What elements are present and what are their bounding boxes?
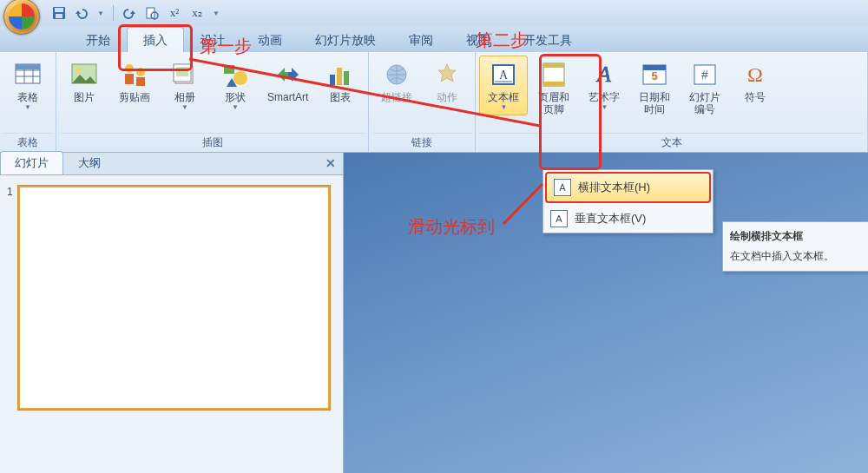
action-icon <box>432 60 462 89</box>
svg-rect-19 <box>330 75 335 85</box>
quick-access-toolbar: ▼ x² x₂ ▼ <box>52 5 220 21</box>
dropdown-icon: ▼ <box>232 103 239 111</box>
svg-rect-20 <box>337 68 342 85</box>
office-button[interactable] <box>3 0 40 35</box>
dropdown-icon: ▼ <box>24 103 31 111</box>
superscript-icon[interactable]: x² <box>168 6 181 20</box>
panel-close-icon[interactable]: ✕ <box>326 156 336 170</box>
thumbnail-list[interactable]: 1 <box>0 175 343 473</box>
menu-item-label: 垂直文本框(V) <box>575 211 646 227</box>
annotation-step1: 第一步 <box>200 35 252 58</box>
annotation-hint: 滑动光标到 <box>408 215 495 239</box>
shapes-icon <box>220 60 250 89</box>
horizontal-textbox-icon: A <box>554 179 571 196</box>
smartart-button[interactable]: SmartArt <box>261 56 314 108</box>
svg-rect-17 <box>224 65 234 74</box>
qat-customize-icon[interactable]: ▼ <box>213 10 220 17</box>
group-text: A 文本框 ▼ 页眉和 页脚 A 艺术字 ▼ <box>476 52 868 152</box>
panel-tab-slides[interactable]: 幻灯片 <box>0 151 63 174</box>
vertical-textbox-icon: A <box>550 210 568 227</box>
shapes-button[interactable]: 形状 ▼ <box>211 56 260 115</box>
undo-dropdown-icon[interactable]: ▼ <box>97 10 104 17</box>
dropdown-icon: ▼ <box>181 103 188 111</box>
svg-text:A: A <box>499 69 509 82</box>
hyperlink-icon <box>382 60 411 89</box>
title-bar: ▼ x² x₂ ▼ <box>0 0 868 26</box>
smartart-icon <box>273 60 303 89</box>
textbox-dropdown-menu: A 横排文本框(H) A 垂直文本框(V) <box>542 169 713 233</box>
tab-review[interactable]: 审阅 <box>392 27 450 52</box>
redo-icon[interactable] <box>122 6 136 20</box>
annotation-box-step2 <box>539 54 602 170</box>
group-label-tables: 表格 <box>3 133 52 152</box>
svg-rect-12 <box>136 77 145 86</box>
annotation-box-step1 <box>118 24 193 71</box>
action-button[interactable]: 动作 <box>423 56 471 108</box>
panel-tab-outline[interactable]: 大纲 <box>63 151 115 174</box>
undo-icon[interactable] <box>75 6 89 20</box>
group-tables: 表格 ▼ 表格 <box>0 52 56 152</box>
subscript-icon[interactable]: x₂ <box>190 6 204 20</box>
svg-rect-10 <box>125 74 134 84</box>
save-icon[interactable] <box>52 6 66 20</box>
dropdown-icon: ▼ <box>500 103 507 111</box>
svg-rect-6 <box>16 64 40 69</box>
picture-button[interactable]: 图片 <box>60 56 108 108</box>
slides-panel: 幻灯片 大纲 ✕ 1 <box>0 153 344 473</box>
menu-vertical-textbox[interactable]: A 垂直文本框(V) <box>543 205 713 233</box>
slidenumber-icon: # <box>690 60 720 89</box>
qat-separator <box>113 5 114 21</box>
datetime-icon: 5 <box>640 60 669 89</box>
svg-rect-2 <box>56 14 62 18</box>
tooltip: 绘制横排文本框 在文档中插入文本框。 <box>722 221 868 272</box>
table-icon <box>13 60 43 89</box>
tooltip-body: 在文档中插入文本框。 <box>730 249 868 264</box>
group-label-illustrations: 插图 <box>60 133 365 152</box>
textbox-button[interactable]: A 文本框 ▼ <box>479 56 528 115</box>
tooltip-title: 绘制横排文本框 <box>730 229 868 244</box>
menu-horizontal-textbox[interactable]: A 横排文本框(H) <box>545 172 711 203</box>
group-illustrations: 图片 剪贴画 相册 ▼ <box>56 52 369 152</box>
slide-number: 1 <box>7 186 13 410</box>
slidenumber-button[interactable]: # 幻灯片 编号 <box>681 56 729 120</box>
picture-icon <box>69 60 99 89</box>
symbol-icon: Ω <box>740 60 770 89</box>
svg-rect-1 <box>55 8 63 12</box>
panel-tabs: 幻灯片 大纲 ✕ <box>0 153 343 175</box>
tab-slideshow[interactable]: 幻灯片放映 <box>299 27 392 52</box>
svg-text:#: # <box>701 68 708 82</box>
group-label-links: 链接 <box>372 133 471 152</box>
chart-button[interactable]: 图表 <box>316 56 365 108</box>
textbox-icon: A <box>489 60 518 89</box>
svg-rect-21 <box>344 71 349 85</box>
group-links: 超链接 动作 链接 <box>369 52 476 152</box>
dropdown-icon: ▼ <box>601 103 608 111</box>
chart-icon <box>326 60 355 89</box>
symbol-button[interactable]: Ω 符号 <box>731 56 779 108</box>
print-preview-icon[interactable] <box>145 6 159 20</box>
group-label-text: 文本 <box>479 133 864 152</box>
workspace: 幻灯片 大纲 ✕ 1 <box>0 153 868 473</box>
menu-item-label: 横排文本框(H) <box>578 180 650 195</box>
slide-thumb-canvas <box>18 186 330 410</box>
svg-text:Ω: Ω <box>747 63 763 86</box>
svg-text:5: 5 <box>652 69 658 82</box>
slide-thumbnail-1[interactable]: 1 <box>7 186 336 410</box>
hyperlink-button[interactable]: 超链接 <box>372 56 421 108</box>
svg-point-18 <box>233 71 247 85</box>
svg-point-8 <box>76 68 82 73</box>
annotation-step2: 第二步 <box>476 29 528 52</box>
datetime-button[interactable]: 5 日期和 时间 <box>630 56 679 120</box>
table-button[interactable]: 表格 ▼ <box>3 56 52 115</box>
